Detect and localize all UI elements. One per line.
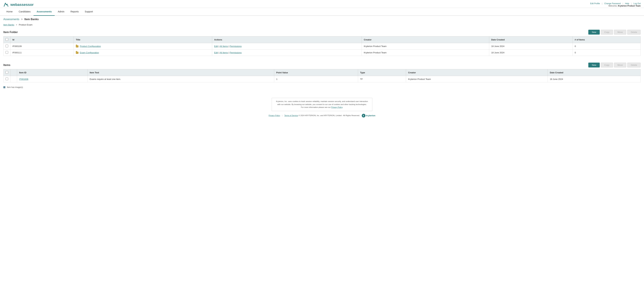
items-col-creator: Creator (406, 69, 548, 76)
col-id: Id (10, 37, 74, 43)
items-col-image (10, 69, 17, 76)
main-nav: Home Candidates Assessments Admin Report… (0, 8, 644, 16)
item-folder-delete-button[interactable]: Delete (627, 30, 641, 35)
folder-id-1: IF000109 (10, 43, 74, 50)
sub-breadcrumb: Item Banks > Product Exam (0, 23, 644, 28)
items-col-point-value: Point Value (274, 69, 358, 76)
item-folder-buttons: New Copy Move Delete (588, 30, 641, 35)
nav-assessments[interactable]: Assessments (34, 8, 55, 16)
item-text-cell: Exams require at least one item. (88, 76, 274, 82)
log-out-link[interactable]: Log Out (634, 2, 641, 5)
col-title: Title (74, 37, 212, 43)
kryterion-k-icon: k (362, 114, 366, 117)
item-image-cell (10, 76, 17, 82)
folder-row-1-checkbox[interactable] (6, 45, 8, 47)
folder-title-link-2[interactable]: Exam Configuration (80, 51, 99, 54)
folder-row-2-checkbox[interactable] (6, 51, 8, 54)
folder-permissions-link-1[interactable]: Permissions (230, 45, 242, 48)
item-row-checkbox-cell (4, 76, 10, 82)
folder-id-2: IF000111 (10, 50, 74, 56)
folder-num-items-2: 0 (572, 50, 640, 56)
logo-text: webassessor (10, 3, 34, 7)
nav-support[interactable]: Support (82, 8, 96, 16)
items-copy-button[interactable]: Copy (601, 63, 613, 68)
sub-breadcrumb-item-banks[interactable]: Item Banks (3, 24, 14, 26)
sub-breadcrumb-current: Product Exam (19, 24, 32, 26)
logo-icon (3, 2, 10, 8)
folder-all-items-link-2[interactable]: All Items (220, 51, 228, 54)
change-password-link[interactable]: Change Password (604, 2, 621, 5)
select-all-items-checkbox[interactable] (6, 71, 8, 74)
item-folder-header: Item Folder New Copy Move Delete (3, 30, 641, 35)
item-folder-new-button[interactable]: New (588, 30, 600, 35)
folder-date-1: 18 June 2024 (489, 43, 572, 50)
legend-label: Item has image(s) (7, 86, 23, 88)
items-delete-button[interactable]: Delete (627, 63, 641, 68)
folder-date-2: 18 June 2024 (489, 50, 572, 56)
folder-all-items-link-1[interactable]: All Items (220, 45, 228, 48)
items-table: Item ID Item Text Point Value Type Creat… (3, 69, 641, 82)
col-checkbox (4, 37, 10, 43)
footer-privacy-policy-cookie-link[interactable]: Privacy Policy (331, 106, 343, 108)
item-folder-table: Id Title Actions Creator Date Created # … (3, 36, 641, 56)
nav-candidates[interactable]: Candidates (16, 8, 34, 16)
select-all-folders-checkbox[interactable] (6, 38, 8, 41)
item-id-cell: IT001636 (17, 76, 88, 82)
welcome-message: Welcome, Kryterion Product Team (590, 5, 641, 7)
folder-title-1: Product Configuration (74, 43, 212, 50)
kryterion-brand-text: kryterion (366, 114, 376, 117)
folder-permissions-link-2[interactable]: Permissions (230, 51, 242, 54)
items-col-item-id: Item ID (17, 69, 88, 76)
kryterion-logo: k kryterion (362, 114, 376, 117)
folder-edit-link-1[interactable]: Edit (214, 45, 218, 48)
footer-terms-of-service-link[interactable]: Terms of Service (284, 114, 298, 116)
legend-image-icon (3, 86, 5, 88)
folder-actions-2: Edit | All Items | Permissions (212, 50, 362, 56)
item-folder-move-button[interactable]: Move (614, 30, 626, 35)
logo: webassessor (3, 2, 34, 8)
item-type-cell: TF (358, 76, 406, 82)
items-section: Items New Copy Move Delete Item ID Item … (0, 61, 644, 90)
top-right-links: Edit Profile | Change Password | Help | … (590, 2, 641, 7)
folder-icon (76, 45, 78, 48)
footer-copyright: © 2024 KRYTERION, Inc. and KRYTERION, Li… (298, 114, 360, 116)
items-col-type: Type (358, 69, 406, 76)
nav-admin[interactable]: Admin (55, 8, 68, 16)
item-row-1-checkbox[interactable] (6, 78, 8, 80)
col-date-created: Date Created (489, 37, 572, 43)
breadcrumb: Assessments > Item Banks (0, 16, 644, 23)
nav-reports[interactable]: Reports (68, 8, 82, 16)
item-date-cell: 18 June 2024 (548, 76, 641, 82)
breadcrumb-assessments[interactable]: Assessments (3, 18, 19, 21)
col-creator: Creator (362, 37, 489, 43)
folder-creator-2: Kryterion Product Team (362, 50, 489, 56)
item-folder-copy-button[interactable]: Copy (601, 30, 613, 35)
items-new-button[interactable]: New (588, 63, 600, 68)
folder-title-2: Exam Configuration (74, 50, 212, 56)
help-link[interactable]: Help (625, 2, 629, 5)
row-checkbox-cell (4, 50, 10, 56)
item-id-link[interactable]: IT001636 (19, 78, 28, 80)
breadcrumb-current: Item Banks (24, 18, 38, 21)
cookie-text: Kryterion, Inc. uses cookies to track se… (276, 100, 368, 108)
footer: Kryterion, Inc. uses cookies to track se… (0, 95, 644, 120)
nav-home[interactable]: Home (3, 8, 16, 16)
folder-edit-link-2[interactable]: Edit (214, 51, 218, 54)
item-point-value-cell: 1 (274, 76, 358, 82)
footer-cookie-notice: Kryterion, Inc. uses cookies to track se… (272, 98, 372, 111)
items-move-button[interactable]: Move (614, 63, 626, 68)
item-creator-cell: Kryterion Product Team (406, 76, 548, 82)
legend: Item has image(s) (3, 86, 641, 88)
folder-actions-1: Edit | All Items | Permissions (212, 43, 362, 50)
item-folder-section: Item Folder New Copy Move Delete Id Titl… (0, 28, 644, 61)
table-row: IF000109 Product Configuration Edit | Al… (4, 43, 641, 50)
top-bar: webassessor Edit Profile | Change Passwo… (0, 0, 644, 8)
folder-creator-1: Kryterion Product Team (362, 43, 489, 50)
col-num-items: # of Items (572, 37, 640, 43)
footer-privacy-policy-link[interactable]: Privacy Policy (269, 114, 280, 116)
items-title: Items (3, 64, 10, 67)
items-col-checkbox (4, 69, 10, 76)
folder-title-link-1[interactable]: Product Configuration (80, 45, 101, 48)
folder-icon (76, 52, 78, 54)
edit-profile-link[interactable]: Edit Profile (590, 2, 600, 5)
